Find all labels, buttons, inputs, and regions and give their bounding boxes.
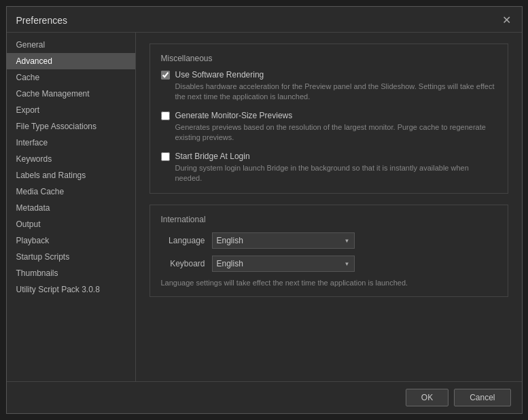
sidebar-item-export[interactable]: Export	[7, 102, 135, 118]
miscellaneous-title: Miscellaneous	[161, 54, 497, 63]
start-bridge-checkbox[interactable]	[161, 152, 170, 161]
keyboard-select-wrapper: English French German Spanish	[212, 256, 355, 272]
language-row: Language English French German Spanish	[161, 232, 497, 249]
generate-previews-text: Generate Monitor-Size Previews Generates…	[175, 111, 497, 143]
use-software-rendering-desc: Disables hardware acceleration for the P…	[175, 82, 497, 103]
footer: OK Cancel	[7, 381, 522, 413]
sidebar-item-cache-management[interactable]: Cache Management	[7, 86, 135, 102]
sidebar-item-utility-script-pack-3.0.8[interactable]: Utility Script Pack 3.0.8	[7, 281, 135, 298]
ok-button[interactable]: OK	[406, 389, 448, 406]
start-bridge-desc: During system login launch Bridge in the…	[175, 163, 497, 184]
use-software-rendering-wrap: Use Software Rendering Disables hardware…	[161, 70, 497, 103]
language-select[interactable]: English French German Spanish	[212, 232, 355, 249]
generate-previews-desc: Generates previews based on the resoluti…	[175, 122, 497, 143]
language-note: Language settings will take effect the n…	[161, 279, 497, 287]
miscellaneous-section: Miscellaneous Use Software Rendering Dis…	[149, 43, 508, 194]
use-software-rendering-label: Use Software Rendering	[175, 70, 497, 80]
sidebar-item-output[interactable]: Output	[7, 216, 135, 232]
sidebar-item-thumbnails[interactable]: Thumbnails	[7, 265, 135, 281]
sidebar-item-media-cache[interactable]: Media Cache	[7, 183, 135, 200]
sidebar-item-advanced[interactable]: Advanced	[7, 53, 135, 69]
cancel-button[interactable]: Cancel	[454, 389, 510, 406]
generate-previews-checkbox[interactable]	[161, 111, 170, 120]
close-button[interactable]: ✕	[501, 14, 512, 27]
sidebar-item-metadata[interactable]: Metadata	[7, 200, 135, 216]
sidebar-item-startup-scripts[interactable]: Startup Scripts	[7, 249, 135, 265]
sidebar-item-interface[interactable]: Interface	[7, 135, 135, 151]
generate-previews-wrap: Generate Monitor-Size Previews Generates…	[161, 111, 497, 143]
generate-previews-row: Generate Monitor-Size Previews Generates…	[161, 111, 497, 143]
generate-previews-label: Generate Monitor-Size Previews	[175, 111, 497, 120]
international-section: International Language English French Ge…	[149, 205, 508, 297]
start-bridge-wrap: Start Bridge At Login During system logi…	[161, 152, 497, 184]
start-bridge-label: Start Bridge At Login	[175, 152, 497, 161]
start-bridge-row: Start Bridge At Login During system logi…	[161, 152, 497, 184]
sidebar-item-labels-and-ratings[interactable]: Labels and Ratings	[7, 167, 135, 183]
keyboard-row: Keyboard English French German Spanish	[161, 256, 497, 272]
use-software-rendering-checkbox[interactable]	[161, 71, 170, 80]
content-area: GeneralAdvancedCacheCache ManagementExpo…	[7, 33, 522, 381]
main-panel: Miscellaneous Use Software Rendering Dis…	[136, 33, 522, 381]
language-select-wrapper: English French German Spanish	[212, 232, 355, 249]
title-bar: Preferences ✕	[7, 7, 522, 33]
sidebar-item-cache[interactable]: Cache	[7, 69, 135, 86]
keyboard-select[interactable]: English French German Spanish	[212, 256, 355, 272]
start-bridge-text: Start Bridge At Login During system logi…	[175, 152, 497, 184]
sidebar-item-playback[interactable]: Playback	[7, 232, 135, 249]
sidebar: GeneralAdvancedCacheCache ManagementExpo…	[7, 33, 136, 381]
preferences-dialog: Preferences ✕ GeneralAdvancedCacheCache …	[6, 6, 523, 414]
international-title: International	[161, 215, 497, 224]
use-software-rendering-row: Use Software Rendering Disables hardware…	[161, 70, 497, 103]
sidebar-item-keywords[interactable]: Keywords	[7, 151, 135, 167]
use-software-rendering-text: Use Software Rendering Disables hardware…	[175, 70, 497, 103]
keyboard-label: Keyboard	[161, 259, 205, 268]
sidebar-item-file-type-associations[interactable]: File Type Associations	[7, 118, 135, 135]
sidebar-item-general[interactable]: General	[7, 37, 135, 53]
dialog-title: Preferences	[16, 15, 67, 26]
language-label: Language	[161, 236, 205, 245]
